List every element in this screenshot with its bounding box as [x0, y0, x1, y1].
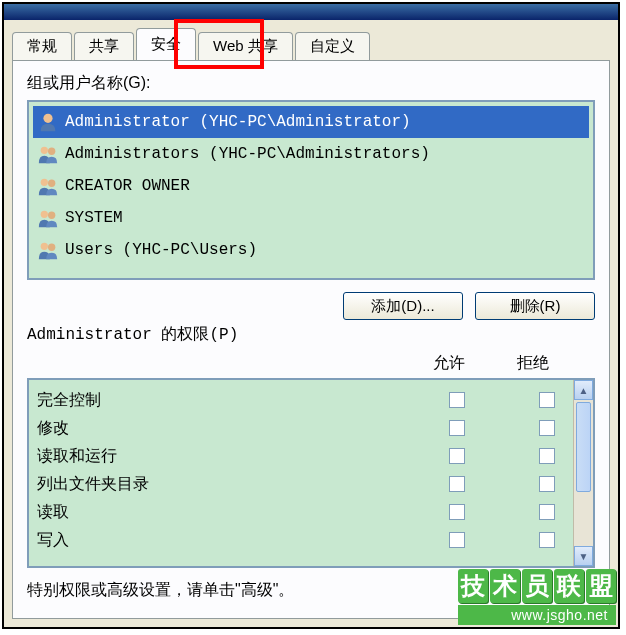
user-row[interactable]: Administrators (YHC-PC\Administrators): [33, 138, 589, 170]
allow-checkbox[interactable]: [449, 448, 465, 464]
add-button[interactable]: 添加(D)...: [343, 292, 463, 320]
svg-point-2: [48, 148, 55, 155]
permission-row: 写入: [37, 526, 565, 554]
watermark: 技术员联盟 www.jsgho.net: [458, 569, 616, 625]
permission-row: 完全控制: [37, 386, 565, 414]
permission-name: 读取: [37, 502, 449, 523]
group-icon: [37, 143, 59, 165]
user-icon: [37, 111, 59, 133]
tab-web-sharing[interactable]: Web 共享: [198, 32, 293, 60]
security-panel: 组或用户名称(G): Administrator (YHC-PC\Adminis…: [12, 60, 610, 619]
permissions-label: Administrator 的权限(P): [27, 324, 595, 345]
permission-name: 完全控制: [37, 390, 449, 411]
deny-checkbox[interactable]: [539, 392, 555, 408]
allow-checkbox[interactable]: [449, 420, 465, 436]
scroll-down-icon[interactable]: ▼: [574, 546, 593, 566]
deny-checkbox[interactable]: [539, 448, 555, 464]
user-row[interactable]: CREATOR OWNER: [33, 170, 589, 202]
scroll-track[interactable]: [574, 400, 593, 546]
tab-general[interactable]: 常规: [12, 32, 72, 60]
deny-checkbox[interactable]: [539, 532, 555, 548]
svg-point-4: [48, 180, 55, 187]
svg-point-5: [41, 211, 48, 218]
deny-header: 拒绝: [517, 353, 549, 374]
deny-checkbox[interactable]: [539, 420, 555, 436]
allow-header: 允许: [433, 353, 465, 374]
permission-row: 修改: [37, 414, 565, 442]
user-name: Administrators (YHC-PC\Administrators): [65, 145, 430, 163]
watermark-url: www.jsgho.net: [458, 605, 616, 625]
tab-label: 自定义: [310, 37, 355, 56]
permission-name: 读取和运行: [37, 446, 449, 467]
scrollbar[interactable]: ▲ ▼: [573, 380, 593, 566]
svg-point-3: [41, 179, 48, 186]
user-row[interactable]: SYSTEM: [33, 202, 589, 234]
users-listbox[interactable]: Administrator (YHC-PC\Administrator) Adm…: [27, 100, 595, 280]
allow-checkbox[interactable]: [449, 504, 465, 520]
tab-strip: 常规 共享 安全 Web 共享 自定义: [4, 20, 618, 60]
scroll-thumb[interactable]: [576, 402, 591, 492]
allow-checkbox[interactable]: [449, 392, 465, 408]
svg-point-7: [41, 243, 48, 250]
watermark-title: 技术员联盟: [458, 569, 616, 603]
svg-point-1: [41, 147, 48, 154]
remove-button[interactable]: 删除(R): [475, 292, 595, 320]
permission-name: 修改: [37, 418, 449, 439]
tab-label: Web 共享: [213, 37, 278, 56]
permission-row: 读取: [37, 498, 565, 526]
user-buttons: 添加(D)... 删除(R): [27, 292, 595, 320]
tab-customize[interactable]: 自定义: [295, 32, 370, 60]
user-row[interactable]: Users (YHC-PC\Users): [33, 234, 589, 266]
svg-point-8: [48, 244, 55, 251]
allow-checkbox[interactable]: [449, 532, 465, 548]
group-icon: [37, 175, 59, 197]
permission-name: 列出文件夹目录: [37, 474, 449, 495]
permission-name: 写入: [37, 530, 449, 551]
group-icon: [37, 239, 59, 261]
groups-users-label: 组或用户名称(G):: [27, 73, 595, 94]
group-icon: [37, 207, 59, 229]
tab-security[interactable]: 安全: [136, 28, 196, 60]
tab-sharing[interactable]: 共享: [74, 32, 134, 60]
deny-checkbox[interactable]: [539, 476, 555, 492]
permissions-listbox: 完全控制 修改 读取和运行: [27, 378, 595, 568]
tab-label: 共享: [89, 37, 119, 56]
scroll-up-icon[interactable]: ▲: [574, 380, 593, 400]
svg-point-6: [48, 212, 55, 219]
user-name: CREATOR OWNER: [65, 177, 190, 195]
tab-label: 安全: [151, 35, 181, 54]
properties-dialog: 常规 共享 安全 Web 共享 自定义 组或用户名称(G): Administr…: [4, 20, 618, 627]
svg-point-0: [43, 114, 52, 123]
deny-checkbox[interactable]: [539, 504, 555, 520]
allow-checkbox[interactable]: [449, 476, 465, 492]
permission-row: 列出文件夹目录: [37, 470, 565, 498]
user-row[interactable]: Administrator (YHC-PC\Administrator): [33, 106, 589, 138]
permission-row: 读取和运行: [37, 442, 565, 470]
permissions-list: 完全控制 修改 读取和运行: [29, 380, 573, 566]
tab-label: 常规: [27, 37, 57, 56]
permissions-header: 允许 拒绝: [27, 353, 595, 374]
titlebar: [4, 4, 618, 20]
user-name: Users (YHC-PC\Users): [65, 241, 257, 259]
user-name: Administrator (YHC-PC\Administrator): [65, 113, 411, 131]
user-name: SYSTEM: [65, 209, 123, 227]
